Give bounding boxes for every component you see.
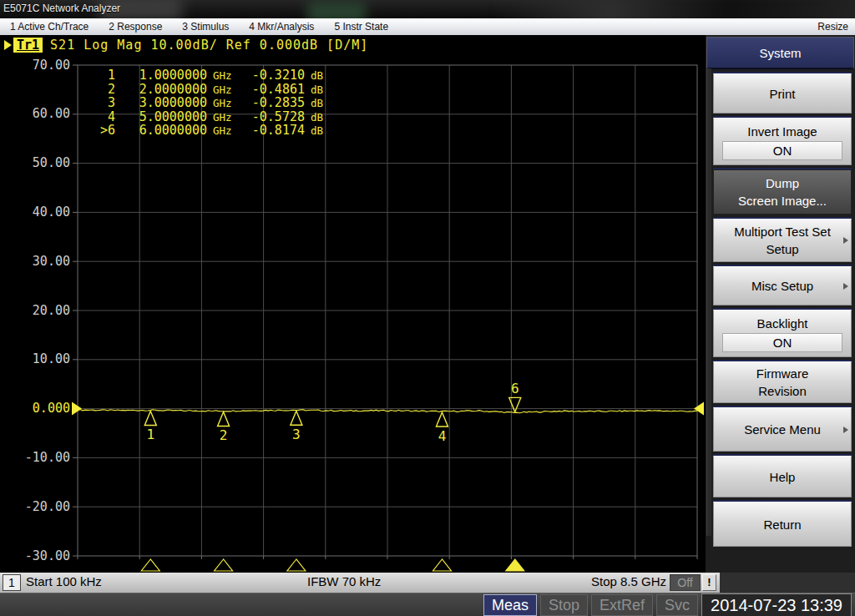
start-frequency-readout: Start 100 kHz — [26, 574, 102, 588]
trace-header[interactable]: Tr1 S21 Log Mag 10.00dB/ Ref 0.000dB [D/… — [4, 37, 368, 53]
menu-item-3[interactable]: 3 Stimulus — [172, 18, 239, 35]
marker-n: 4 — [90, 110, 115, 124]
softkey-backlight[interactable]: BacklightON — [713, 310, 852, 357]
marker-freq: 5.0000000 — [115, 110, 207, 124]
svc-indicator: Svc — [656, 594, 698, 616]
softkey-label: Return — [763, 516, 801, 533]
extref-indicator: ExtRef — [591, 594, 653, 616]
marker-triangle[interactable] — [144, 411, 156, 425]
softkey-toggle-state[interactable]: ON — [722, 333, 842, 352]
instrument-state-bar: Meas Stop ExtRef Svc 2014-07-23 13:39 — [0, 593, 855, 616]
marker-readout-table: 11.0000000GHz-0.3210dB22.0000000GHz-0.48… — [90, 68, 336, 138]
y-axis-label: -10.00 — [0, 450, 70, 466]
y-axis-label: 50.00 — [0, 155, 70, 171]
softkey-label: Multiport Test Set — [734, 223, 831, 240]
submenu-arrow-icon — [843, 237, 848, 244]
window-titlebar: E5071C Network Analyzer — [0, 0, 855, 18]
y-axis-label: 60.00 — [0, 106, 70, 122]
softkey-label: Misc Setup — [751, 277, 813, 295]
marker-table-row: 33.0000000GHz-0.2835dB — [90, 96, 336, 110]
marker-number: 3 — [292, 427, 301, 442]
marker-n: >6 — [90, 124, 115, 138]
marker-table-row: 22.0000000GHz-0.4861dB — [90, 83, 336, 97]
softkey-label: Setup — [766, 240, 798, 258]
marker-6[interactable]: 6 — [509, 381, 521, 412]
marker-n: 1 — [90, 68, 115, 83]
marker-vunit: dB — [305, 97, 336, 111]
softkey-firmware-revision[interactable]: FirmwareRevision — [713, 361, 852, 403]
softkey-label: Screen Image... — [738, 192, 827, 210]
sweep-stop-indicator: Stop — [540, 594, 588, 616]
menu-item-5[interactable]: 5 Instr State — [324, 18, 398, 35]
marker-freq: 1.0000000 — [115, 68, 207, 83]
marker-2[interactable]: 2 — [218, 412, 230, 443]
marker-unit: GHz — [207, 111, 243, 125]
ref-level-arrow-left — [72, 402, 82, 416]
softkey-label: Invert Image — [747, 123, 817, 140]
softkey-dump-screen-image[interactable]: DumpScreen Image... — [713, 169, 852, 215]
softkey-menu: System PrintInvert ImageONDumpScreen Ima… — [706, 35, 855, 573]
softkey-label: Firmware — [756, 365, 809, 382]
softkey-multiport-test-set-setup[interactable]: Multiport Test SetSetup — [713, 219, 852, 262]
ref-level-arrow-right — [694, 402, 704, 416]
y-axis-label: -30.00 — [0, 548, 70, 564]
marker-n: 2 — [90, 83, 115, 97]
softkey-print[interactable]: Print — [713, 73, 852, 114]
softkey-invert-image[interactable]: Invert ImageON — [713, 118, 852, 165]
marker-value: -0.3210 — [243, 68, 305, 83]
marker-freq: 2.0000000 — [115, 83, 207, 97]
marker-unit: GHz — [207, 124, 243, 139]
channel-number-badge: 1 — [3, 574, 21, 591]
marker-value: -0.8174 — [243, 124, 305, 138]
marker-stimulus-triangle — [215, 559, 233, 571]
marker-table-row: 11.0000000GHz-0.3210dB — [90, 68, 336, 83]
marker-vunit: dB — [305, 69, 336, 83]
marker-number: 2 — [220, 427, 228, 443]
trace-name-badge[interactable]: Tr1 — [13, 38, 43, 53]
marker-stimulus-triangle — [433, 559, 451, 571]
softkey-toggle-state[interactable]: ON — [722, 141, 842, 160]
softkey-misc-setup[interactable]: Misc Setup — [713, 266, 852, 305]
softkey-service-menu[interactable]: Service Menu — [713, 407, 852, 452]
menu-item-2[interactable]: 2 Response — [99, 18, 172, 35]
marker-number: 4 — [438, 428, 447, 444]
softkey-label: Revision — [758, 382, 807, 400]
softkey-label: Dump — [766, 174, 799, 192]
marker-stimulus-triangle — [287, 559, 306, 571]
marker-triangle[interactable] — [291, 411, 302, 425]
softkey-label: Print — [770, 85, 796, 103]
marker-unit: GHz — [207, 83, 243, 98]
marker-1[interactable]: 1 — [144, 411, 156, 442]
y-axis-label: 10.00 — [0, 351, 70, 367]
softkey-label: Backlight — [757, 315, 808, 332]
menu-item-1[interactable]: 1 Active Ch/Trace — [0, 18, 99, 35]
marker-triangle[interactable] — [509, 397, 521, 412]
marker-number: 1 — [146, 427, 154, 442]
y-axis-label: 70.00 — [0, 58, 70, 73]
marker-value: -0.4861 — [243, 83, 305, 97]
error-alert-button[interactable]: ! — [702, 574, 716, 591]
y-axis-label: 40.00 — [0, 204, 70, 220]
y-axis-ref-label: 0.000 — [0, 401, 70, 417]
instrument-screen: 12346 Tr1 S21 Log Mag 10.00dB/ Ref 0.000… — [0, 35, 706, 573]
marker-table-row: 45.0000000GHz-0.5728dB — [90, 110, 336, 124]
softkey-menu-title: System — [706, 37, 854, 69]
titlebar-reflection-artifact — [496, 0, 855, 18]
softkey-scroll-track — [706, 68, 711, 536]
marker-vunit: dB — [305, 124, 336, 139]
softkey-help[interactable]: Help — [713, 456, 852, 497]
marker-triangle[interactable] — [436, 412, 448, 427]
menu-bar: 1 Active Ch/Trace2 Response3 Stimulus4 M… — [0, 18, 855, 36]
marker-4[interactable]: 4 — [436, 412, 448, 444]
marker-3[interactable]: 3 — [291, 411, 302, 442]
menu-item-resize[interactable]: Resize — [811, 18, 855, 35]
softkey-label: Service Menu — [744, 421, 821, 438]
softkey-return[interactable]: Return — [713, 502, 852, 547]
marker-stimulus-triangle — [506, 559, 524, 571]
marker-freq: 3.0000000 — [115, 96, 207, 110]
menu-item-4[interactable]: 4 Mkr/Analysis — [239, 18, 324, 35]
marker-triangle[interactable] — [218, 412, 230, 426]
marker-vunit: dB — [305, 83, 336, 98]
submenu-arrow-icon — [843, 427, 848, 433]
ifbw-readout: IFBW 70 kHz — [307, 574, 381, 588]
